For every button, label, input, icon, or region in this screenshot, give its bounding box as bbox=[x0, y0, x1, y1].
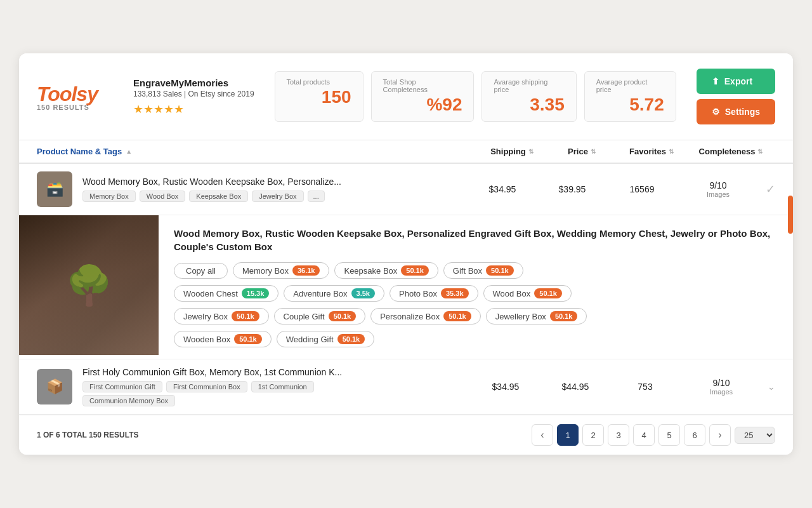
table-row: 🗃️ Wood Memory Box, Rustic Wooden Keepsa… bbox=[19, 164, 793, 215]
scrollbar-indicator bbox=[788, 196, 793, 234]
shop-name: EngraveMyMemories bbox=[133, 77, 254, 88]
kw-badge: 15.3k bbox=[242, 288, 270, 298]
tag[interactable]: Memory Box bbox=[82, 190, 136, 202]
tag[interactable]: Jewelry Box bbox=[252, 190, 303, 202]
avg-shipping-card: Avarage shipping price 3.35 bbox=[481, 71, 576, 122]
logo-results: 150 RESULTS bbox=[37, 104, 113, 111]
expanded-image: 🌳 bbox=[19, 215, 159, 355]
keyword-groups: Copy all Memory Box 36.1k Keepsake Box 5… bbox=[174, 262, 778, 347]
page-button-2[interactable]: 2 bbox=[582, 424, 604, 446]
kw-badge: 50.1k bbox=[401, 265, 429, 276]
kw-badge: 50.1k bbox=[550, 311, 578, 321]
keyword-row-2: Wooden Chest 15.3k Adventure Box 3.5k Ph… bbox=[174, 285, 778, 302]
keyword-tag[interactable]: Wedding Gift 50.1k bbox=[277, 331, 374, 347]
completeness-cell-3: 9/10 Images bbox=[680, 378, 763, 396]
price-cell-3: $44.95 bbox=[540, 382, 610, 392]
page-button-4[interactable]: 4 bbox=[633, 424, 655, 446]
logo-text: Toolsy bbox=[37, 83, 113, 106]
sort-price-icon: ⇅ bbox=[591, 148, 596, 155]
kw-badge: 35.3k bbox=[441, 288, 469, 298]
avg-product-value: 5.72 bbox=[596, 95, 664, 115]
tag[interactable]: Wood Box bbox=[140, 190, 186, 202]
col-name-tags[interactable]: Product Name & Tags ▲ bbox=[37, 147, 477, 156]
tag[interactable]: First Communion Box bbox=[166, 381, 247, 392]
product-thumbnail-3: 📦 bbox=[37, 369, 72, 404]
product-info-3: First Holy Communion Gift Box, Memory Bo… bbox=[82, 367, 471, 406]
keyword-tag[interactable]: Jewelry Box 50.1k bbox=[174, 308, 269, 324]
page-button-6[interactable]: 6 bbox=[684, 424, 705, 446]
product-thumbnail-1: 🗃️ bbox=[37, 171, 72, 207]
tag[interactable]: Communion Memory Box bbox=[82, 395, 175, 406]
shop-stars: ★★★★★ bbox=[133, 102, 254, 116]
shop-info: EngraveMyMemories 133,813 Sales | On Ets… bbox=[133, 77, 254, 116]
table-header: Product Name & Tags ▲ Shipping ⇅ Price ⇅… bbox=[19, 140, 793, 164]
keyword-tag[interactable]: Couple Gift 50.1k bbox=[274, 308, 366, 324]
settings-icon: ⚙ bbox=[712, 107, 720, 117]
row-collapsed-3[interactable]: 📦 First Holy Communion Gift Box, Memory … bbox=[19, 359, 793, 414]
tags-row-3: First Communion Gift First Communion Box… bbox=[82, 381, 471, 392]
logo-section: Toolsy 150 RESULTS bbox=[37, 83, 113, 111]
row-collapsed-1[interactable]: 🗃️ Wood Memory Box, Rustic Wooden Keepsa… bbox=[19, 164, 793, 215]
kw-badge: 50.1k bbox=[337, 334, 365, 344]
kw-badge: 50.1k bbox=[486, 265, 514, 276]
favorites-cell-1: 16569 bbox=[607, 184, 677, 194]
col-favorites[interactable]: Favorites ⇅ bbox=[617, 147, 686, 156]
keyword-tag[interactable]: Memory Box 36.1k bbox=[233, 262, 330, 279]
export-icon: ⬆ bbox=[712, 76, 719, 86]
kw-badge: 50.1k bbox=[329, 311, 357, 321]
keyword-tag[interactable]: Photo Box 35.3k bbox=[390, 285, 478, 302]
per-page-select[interactable]: 25 50 100 bbox=[735, 427, 775, 444]
export-button[interactable]: ⬆ Export bbox=[697, 69, 775, 94]
footer: 1 OF 6 TOTAL 150 RESULTS ‹ 1 2 3 4 5 6 ›… bbox=[19, 415, 793, 455]
expanded-content: Wood Memory Box, Rustic Wooden Keepsake … bbox=[159, 215, 793, 359]
sort-favorites-icon: ⇅ bbox=[669, 148, 674, 155]
tag[interactable]: Keepsake Box bbox=[189, 190, 248, 202]
kw-badge: 36.1k bbox=[292, 265, 320, 276]
product-title-1: Wood Memory Box, Rustic Wooden Keepsake … bbox=[82, 177, 468, 187]
completeness-cell-1: 9/10 Images bbox=[677, 180, 759, 198]
kw-badge: 50.1k bbox=[234, 334, 262, 344]
keyword-tag[interactable]: Gift Box 50.1k bbox=[443, 262, 523, 279]
kw-badge: 50.1k bbox=[232, 311, 259, 321]
keyword-row-3: Jewelry Box 50.1k Couple Gift 50.1k Pers… bbox=[174, 308, 778, 324]
keyword-tag[interactable]: Wooden Chest 15.3k bbox=[174, 285, 278, 302]
col-shipping[interactable]: Shipping ⇅ bbox=[477, 147, 547, 156]
avg-product-card: Avarage product price 5.72 bbox=[584, 71, 676, 122]
sort-completeness-icon: ⇅ bbox=[757, 148, 763, 155]
stats-section: Total products 150 Total Shop Completene… bbox=[275, 71, 676, 122]
shop-meta: 133,813 Sales | On Etsy since 2019 bbox=[133, 90, 254, 98]
shop-completeness-value: %92 bbox=[383, 95, 462, 115]
keyword-tag[interactable]: Wood Box 50.1k bbox=[483, 285, 572, 302]
shipping-cell-1: $34.95 bbox=[468, 184, 537, 194]
keyword-row-4: Wooden Box 50.1k Wedding Gift 50.1k bbox=[174, 331, 778, 347]
next-page-button[interactable]: › bbox=[709, 424, 731, 446]
action-buttons: ⬆ Export ⚙ Settings bbox=[697, 69, 775, 124]
footer-info: 1 OF 6 TOTAL 150 RESULTS bbox=[37, 431, 521, 439]
col-price[interactable]: Price ⇅ bbox=[547, 147, 617, 156]
product-list: 🗃️ Wood Memory Box, Rustic Wooden Keepsa… bbox=[19, 164, 793, 415]
keyword-tag[interactable]: Wooden Box 50.1k bbox=[174, 331, 272, 347]
col-completeness[interactable]: Completeness ⇅ bbox=[686, 147, 775, 156]
avg-product-label: Avarage product price bbox=[596, 78, 664, 93]
keyword-tag[interactable]: Adventure Box 3.5k bbox=[284, 285, 384, 302]
tag[interactable]: First Communion Gift bbox=[82, 381, 162, 392]
page-button-1[interactable]: 1 bbox=[557, 424, 579, 446]
sort-shipping-icon: ⇅ bbox=[528, 148, 534, 155]
total-products-label: Total products bbox=[287, 78, 351, 86]
keyword-tag[interactable]: Keepsake Box 50.1k bbox=[334, 262, 438, 279]
keyword-tag[interactable]: Personalize Box 50.1k bbox=[370, 308, 480, 324]
kw-badge: 3.5k bbox=[351, 288, 375, 298]
keyword-tag[interactable]: Jewellery Box 50.1k bbox=[486, 308, 587, 324]
tag-more[interactable]: ... bbox=[308, 190, 325, 202]
prev-page-button[interactable]: ‹ bbox=[532, 424, 553, 446]
copy-all-button[interactable]: Copy all bbox=[174, 263, 228, 279]
avg-shipping-value: 3.35 bbox=[494, 95, 564, 115]
table-row: 📦 First Holy Communion Gift Box, Memory … bbox=[19, 359, 793, 415]
expanded-title: Wood Memory Box, Rustic Wooden Keepsake … bbox=[174, 227, 778, 253]
page-button-5[interactable]: 5 bbox=[658, 424, 680, 446]
keyword-row-1: Copy all Memory Box 36.1k Keepsake Box 5… bbox=[174, 262, 778, 279]
tag[interactable]: 1st Communion bbox=[251, 381, 314, 392]
settings-button[interactable]: ⚙ Settings bbox=[697, 99, 775, 124]
chevron-down-icon: ⌄ bbox=[768, 382, 775, 392]
page-button-3[interactable]: 3 bbox=[608, 424, 629, 446]
